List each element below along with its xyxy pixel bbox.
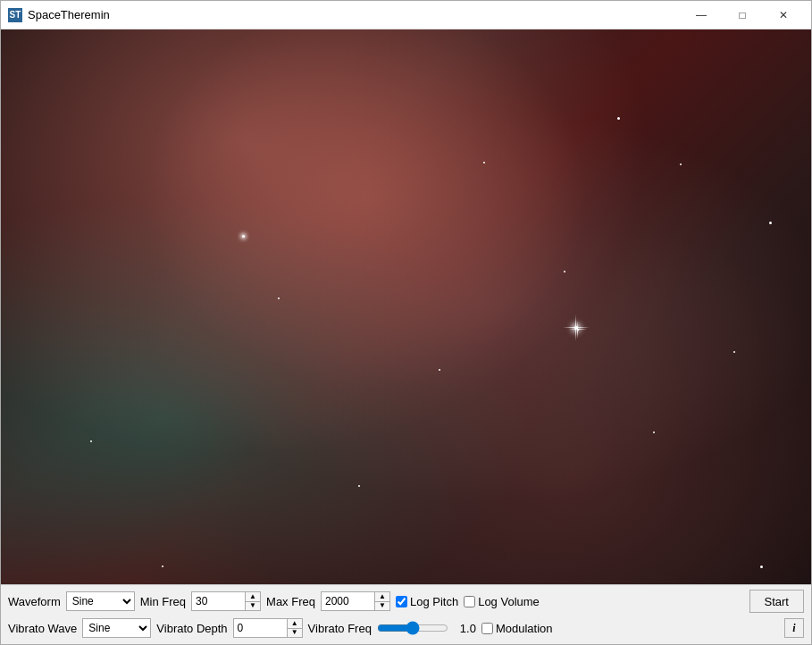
- min-freq-spinner: ▲ ▼: [191, 591, 261, 611]
- max-freq-spinner-buttons: ▲ ▼: [374, 591, 390, 611]
- star-8: [760, 565, 763, 568]
- star-4: [617, 117, 620, 120]
- star-3: [483, 162, 485, 163]
- log-pitch-wrapper[interactable]: Log Pitch: [396, 595, 458, 608]
- star-2: [278, 297, 280, 299]
- controls-row-2: Vibrato Wave SineSquareTriangleSawtooth …: [8, 616, 804, 641]
- minimize-button[interactable]: —: [681, 1, 722, 29]
- star-5: [769, 222, 772, 224]
- star-14: [733, 351, 735, 353]
- vibrato-wave-select[interactable]: SineSquareTriangleSawtooth: [82, 618, 151, 638]
- log-pitch-label: Log Pitch: [410, 595, 458, 608]
- info-button[interactable]: i: [784, 618, 804, 638]
- star-0: [242, 235, 245, 238]
- star-13: [680, 163, 682, 165]
- star-9: [90, 440, 92, 442]
- vibrato-depth-label: Vibrato Depth: [156, 622, 227, 635]
- star-6: [564, 271, 565, 272]
- log-volume-checkbox[interactable]: [464, 596, 475, 607]
- max-freq-label: Max Freq: [266, 595, 315, 608]
- modulation-wrapper[interactable]: Modulation: [481, 622, 553, 635]
- star-cross-main: [574, 326, 578, 330]
- modulation-label: Modulation: [496, 622, 553, 635]
- min-freq-label: Min Freq: [140, 595, 186, 608]
- nebula-display: [1, 29, 811, 584]
- restore-button[interactable]: □: [722, 1, 763, 29]
- min-freq-down-button[interactable]: ▼: [246, 602, 260, 611]
- log-pitch-checkbox[interactable]: [396, 596, 407, 607]
- main-window: ST SpaceTheremin — □ ✕ Waveform SineSqua…: [0, 0, 812, 645]
- vibrato-depth-spinner-buttons: ▲ ▼: [287, 618, 303, 638]
- star-7: [653, 431, 655, 433]
- waveform-select[interactable]: SineSquareTriangleSawtooth: [66, 591, 135, 611]
- vibrato-freq-value: 1.0: [454, 622, 476, 635]
- window-controls: — □ ✕: [681, 1, 804, 29]
- nebula-background: [1, 29, 811, 584]
- modulation-checkbox[interactable]: [481, 623, 493, 634]
- window-title: SpaceTheremin: [28, 8, 681, 21]
- min-freq-spinner-buttons: ▲ ▼: [245, 591, 261, 611]
- close-button[interactable]: ✕: [763, 1, 804, 29]
- log-volume-label: Log Volume: [478, 595, 540, 608]
- star-11: [358, 485, 360, 487]
- vibrato-depth-spinner: ▲ ▼: [233, 618, 303, 638]
- min-freq-input[interactable]: [191, 591, 245, 611]
- vibrato-freq-label: Vibrato Freq: [308, 622, 372, 635]
- star-12: [439, 369, 440, 371]
- max-freq-down-button[interactable]: ▼: [375, 602, 389, 611]
- app-icon: ST: [8, 8, 22, 22]
- vibrato-depth-up-button[interactable]: ▲: [288, 619, 302, 629]
- vibrato-depth-input[interactable]: [233, 618, 287, 638]
- controls-panel: Waveform SineSquareTriangleSawtooth Min …: [1, 584, 811, 644]
- max-freq-input[interactable]: [321, 591, 374, 611]
- min-freq-up-button[interactable]: ▲: [246, 592, 260, 602]
- star-10: [162, 565, 163, 567]
- vibrato-freq-slider[interactable]: [377, 621, 448, 635]
- start-button[interactable]: Start: [749, 590, 804, 613]
- max-freq-spinner: ▲ ▼: [321, 591, 390, 611]
- log-volume-wrapper[interactable]: Log Volume: [464, 595, 540, 608]
- max-freq-up-button[interactable]: ▲: [375, 592, 389, 602]
- vibrato-wave-label: Vibrato Wave: [8, 622, 77, 635]
- controls-row-1: Waveform SineSquareTriangleSawtooth Min …: [8, 589, 804, 614]
- title-bar: ST SpaceTheremin — □ ✕: [1, 1, 811, 29]
- vibrato-depth-down-button[interactable]: ▼: [288, 629, 302, 638]
- waveform-label: Waveform: [8, 595, 61, 608]
